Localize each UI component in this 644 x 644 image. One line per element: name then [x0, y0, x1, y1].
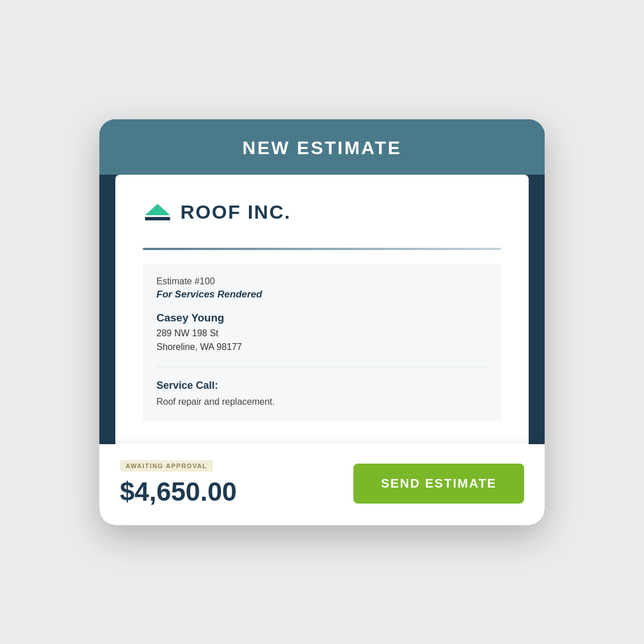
estimate-number: Estimate #100 — [156, 276, 488, 287]
company-name: ROOF INC. — [180, 201, 291, 223]
device-header: NEW ESTIMATE — [99, 119, 545, 175]
client-address-line1: 289 NW 198 St — [156, 327, 488, 340]
divider-thin — [156, 367, 488, 367]
estimate-amount: $4,650.00 — [120, 476, 237, 507]
page-wrapper: Customizable Template NEW ESTIMATE ROOF … — [65, 51, 579, 593]
service-label: Service Call: — [156, 380, 488, 392]
action-panel: AWAITING APPROVAL $4,650.00 SEND ESTIMAT… — [99, 444, 545, 525]
divider-thick — [143, 248, 501, 250]
estimate-subtitle: For Services Rendered — [156, 289, 488, 300]
service-description: Roof repair and replacement. — [156, 395, 488, 409]
header-title: NEW ESTIMATE — [243, 138, 402, 158]
logo-bar-icon — [145, 217, 170, 220]
client-name: Casey Young — [156, 312, 488, 324]
logo-icon — [143, 198, 172, 227]
client-address-line2: Shoreline, WA 98177 — [156, 340, 488, 354]
estimate-info-box: Estimate #100 For Services Rendered Case… — [143, 264, 501, 421]
action-left: AWAITING APPROVAL $4,650.00 — [120, 460, 237, 507]
logo-chevron-icon — [145, 204, 170, 215]
status-badge: AWAITING APPROVAL — [120, 460, 213, 472]
device-card: NEW ESTIMATE ROOF INC. Estimate #100 For… — [99, 119, 545, 525]
send-estimate-button[interactable]: SEND ESTIMATE — [353, 464, 524, 504]
document-paper: ROOF INC. Estimate #100 For Services Ren… — [115, 175, 529, 444]
logo-area: ROOF INC. — [143, 198, 501, 227]
